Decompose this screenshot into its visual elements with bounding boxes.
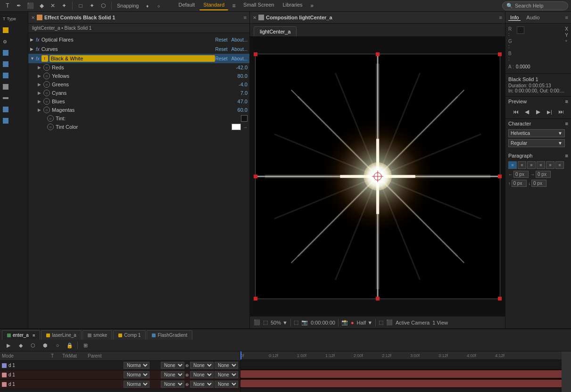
search-box[interactable]: 🔍 Search Help bbox=[502, 1, 568, 10]
text-tool-icon[interactable]: T bbox=[3, 1, 12, 10]
comp-icon-btn-2[interactable]: ⬚ bbox=[263, 319, 268, 325]
puppet-tool-icon[interactable]: ✦ bbox=[59, 1, 69, 10]
curves-row[interactable]: ▶ fx Curves Reset About... bbox=[28, 44, 249, 54]
audio-tab[interactable]: Audio bbox=[524, 15, 541, 20]
next-frame-btn[interactable]: ▶| bbox=[545, 107, 554, 117]
justify-left-btn[interactable]: ≡ bbox=[537, 161, 545, 169]
workspace-more-icon[interactable]: » bbox=[307, 1, 317, 10]
blues-row[interactable]: ▶ ○ Blues 47.0 bbox=[28, 97, 249, 106]
bw-about[interactable]: About... bbox=[232, 56, 248, 61]
stamp-tool-icon[interactable]: ◆ bbox=[37, 1, 46, 10]
align-left-btn[interactable]: ≡ bbox=[508, 161, 517, 169]
view-selector[interactable]: Active Camera bbox=[396, 320, 430, 325]
tab-menu-0[interactable]: ≡ bbox=[33, 333, 35, 338]
snap2-icon[interactable]: ⬦ bbox=[154, 1, 164, 10]
handle-top-mid[interactable] bbox=[376, 52, 380, 56]
comp-canvas[interactable] bbox=[250, 37, 505, 316]
workspace-tab-default[interactable]: Default bbox=[175, 1, 199, 10]
blues-value[interactable]: 47.0 bbox=[224, 99, 248, 104]
panel-close-btn[interactable]: ✕ bbox=[31, 15, 35, 20]
tl-keyframe-btn[interactable]: ◆ bbox=[16, 341, 25, 350]
parent-select2-1[interactable]: None bbox=[215, 371, 238, 378]
font-selector[interactable]: Helvetica ▼ bbox=[508, 129, 565, 137]
timeline-tab-1[interactable]: laserLine_a bbox=[41, 330, 82, 340]
timeline-tab-0[interactable]: enter_a ≡ bbox=[2, 330, 40, 340]
preview-menu-btn[interactable]: ≡ bbox=[565, 99, 568, 104]
justify-right-btn[interactable]: ≡ bbox=[555, 161, 564, 169]
comp-toggle-btn[interactable]: ⬛ bbox=[386, 319, 393, 325]
comp-color-btn[interactable]: ● bbox=[351, 320, 354, 325]
tint-color-row[interactable]: ○ Tint Color → bbox=[28, 123, 249, 131]
layer-icon-item[interactable]: ⚙ bbox=[1, 36, 25, 47]
first-frame-btn[interactable]: ⏮ bbox=[511, 107, 521, 117]
layer-vis-1[interactable] bbox=[1, 48, 25, 58]
layer-vis-4[interactable] bbox=[1, 82, 25, 92]
playhead[interactable] bbox=[240, 351, 241, 359]
bw-reset[interactable]: Reset bbox=[215, 56, 227, 61]
tl-lock-btn[interactable]: 🔒 bbox=[65, 341, 74, 350]
align-right-btn[interactable]: ≡ bbox=[527, 161, 536, 169]
prev-frame-btn[interactable]: ◀ bbox=[522, 107, 532, 117]
comp-tab-lightcenter[interactable]: lightCenter_a bbox=[254, 26, 297, 36]
tint-color-swatch[interactable] bbox=[232, 124, 241, 130]
tl-pick-btn[interactable]: ⬢ bbox=[41, 341, 50, 350]
workspace-tab-standard[interactable]: Standard bbox=[199, 1, 228, 10]
tint-color-arrow[interactable]: → bbox=[243, 125, 248, 130]
layer-vis-6[interactable] bbox=[1, 104, 25, 115]
tl-solo-btn[interactable]: ○ bbox=[53, 341, 62, 350]
reds-value[interactable]: -42.0 bbox=[224, 65, 248, 70]
reds-row[interactable]: ▶ ○ Reds -42.0 bbox=[28, 63, 249, 72]
handle-top-right[interactable] bbox=[498, 52, 502, 56]
tint-row[interactable]: ○ Tint: bbox=[28, 114, 249, 123]
magentas-value[interactable]: 60.0 bbox=[224, 107, 248, 113]
optical-flares-row[interactable]: ▶ fx Optical Flares Reset About... bbox=[28, 35, 249, 44]
comp-region-btn[interactable]: ⬚ bbox=[379, 319, 383, 325]
layer-vis-2[interactable] bbox=[1, 59, 25, 69]
yellows-row[interactable]: ▶ ○ Yellows 80.0 bbox=[28, 72, 249, 80]
justify-center-btn[interactable]: ≡ bbox=[546, 161, 554, 169]
optical-flares-about[interactable]: About... bbox=[232, 37, 248, 42]
timeline-ruler[interactable]: 0f 0:12f 1:00f 1:12f 2:00f 2:12f 3:00f 3… bbox=[240, 351, 571, 392]
mode-select-2[interactable]: Normal bbox=[124, 381, 149, 388]
cyans-value[interactable]: 7.0 bbox=[224, 90, 248, 96]
curves-about[interactable]: About... bbox=[232, 47, 248, 52]
comp-camera-btn[interactable]: 📷 bbox=[301, 319, 308, 325]
greens-value[interactable]: -4.0 bbox=[224, 82, 248, 87]
tl-motion-btn[interactable]: ⬡ bbox=[28, 341, 38, 350]
curves-reset[interactable]: Reset bbox=[215, 47, 227, 52]
parent-select-1[interactable]: None bbox=[190, 371, 214, 378]
mode-select-1[interactable]: Normal bbox=[124, 371, 149, 378]
layer-type-item[interactable]: T Type bbox=[1, 14, 25, 24]
handle-bottom-mid[interactable] bbox=[376, 297, 380, 300]
trkmat-select-1[interactable]: None bbox=[161, 371, 184, 378]
comp-close-btn[interactable]: ✕ bbox=[253, 15, 257, 20]
comp-icon-btn-1[interactable]: ⬛ bbox=[254, 319, 260, 325]
workspace-tab-small[interactable]: Small Screen bbox=[240, 1, 278, 10]
paint-tool-icon[interactable]: ⬛ bbox=[25, 1, 35, 10]
last-frame-btn[interactable]: ⏭ bbox=[556, 107, 566, 117]
right-indent-value[interactable]: 0 px bbox=[536, 171, 551, 178]
handle-bottom-left[interactable] bbox=[254, 297, 257, 300]
tint-checkbox[interactable] bbox=[241, 115, 248, 122]
black-white-row[interactable]: ▼ fx ! Black & White Reset About... bbox=[28, 54, 249, 63]
panel-menu-btn[interactable]: ≡ bbox=[244, 15, 247, 20]
handle-mid-right[interactable] bbox=[498, 175, 502, 178]
paragraph-menu-btn[interactable]: ≡ bbox=[565, 153, 568, 158]
play-btn[interactable]: ▶ bbox=[534, 107, 543, 117]
parent-select-0[interactable]: None bbox=[190, 362, 214, 369]
zoom-selector[interactable]: 50% ▼ bbox=[271, 320, 288, 325]
timecode-display[interactable]: 0:00:00:00 bbox=[311, 320, 335, 325]
magentas-row[interactable]: ▶ ○ Magentas 60.0 bbox=[28, 106, 249, 114]
info-tab[interactable]: Info bbox=[508, 15, 521, 21]
comp-snapshot-btn[interactable]: 📸 bbox=[341, 319, 348, 325]
pen-tool-icon[interactable]: ✒ bbox=[14, 1, 24, 10]
layout-selector[interactable]: 1 View bbox=[432, 320, 448, 325]
layer-color-item-1[interactable] bbox=[1, 25, 25, 35]
yellows-value[interactable]: 80.0 bbox=[224, 73, 248, 79]
mode-select-0[interactable]: Normal bbox=[124, 362, 149, 369]
timeline-tab-3[interactable]: Comp 1 bbox=[113, 330, 146, 340]
trkmat-select-2[interactable]: None bbox=[161, 381, 184, 388]
poly-tool-icon[interactable]: ⬡ bbox=[99, 1, 108, 10]
tl-hide-btn[interactable]: ▶ bbox=[4, 341, 13, 350]
handle-mid-left[interactable] bbox=[254, 175, 257, 178]
